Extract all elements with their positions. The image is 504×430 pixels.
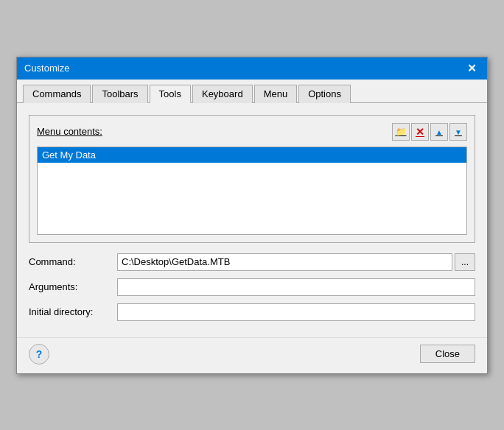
tab-commands[interactable]: Commands bbox=[23, 85, 91, 103]
customize-dialog: Customize ✕ Commands Toolbars Tools Keyb… bbox=[16, 57, 488, 374]
browse-button[interactable]: ... bbox=[455, 253, 475, 271]
initial-dir-input[interactable] bbox=[117, 303, 475, 321]
menu-items-list[interactable]: Get My Data bbox=[37, 147, 467, 235]
move-down-button[interactable] bbox=[449, 123, 467, 141]
delete-icon: ✕ bbox=[416, 126, 424, 138]
tab-keyboard[interactable]: Keyboard bbox=[192, 85, 253, 103]
command-row: Command: ... bbox=[29, 253, 475, 271]
dialog-body: Menu contents: 📁 ✕ bbox=[17, 103, 487, 337]
menu-contents-section: Menu contents: 📁 ✕ bbox=[29, 115, 475, 243]
add-item-button[interactable]: 📁 bbox=[392, 123, 410, 141]
title-close-button[interactable]: ✕ bbox=[464, 62, 480, 75]
arguments-input[interactable] bbox=[117, 278, 475, 296]
list-item[interactable]: Get My Data bbox=[38, 147, 466, 163]
dialog-title: Customize bbox=[24, 63, 69, 74]
folder-icon: 📁 bbox=[396, 127, 407, 137]
dialog-footer: ? Close bbox=[17, 337, 487, 373]
title-bar: Customize ✕ bbox=[17, 57, 487, 80]
down-arrow-icon bbox=[455, 127, 462, 137]
command-input[interactable] bbox=[117, 253, 452, 271]
tab-bar: Commands Toolbars Tools Keyboard Menu Op… bbox=[17, 80, 487, 103]
tab-options[interactable]: Options bbox=[298, 85, 351, 103]
list-item-label: Get My Data bbox=[42, 149, 96, 161]
move-up-button[interactable] bbox=[430, 123, 448, 141]
arguments-label: Arguments: bbox=[29, 281, 117, 292]
menu-contents-label: Menu contents: bbox=[37, 126, 102, 137]
close-button[interactable]: Close bbox=[420, 345, 475, 363]
tab-menu[interactable]: Menu bbox=[254, 85, 298, 103]
help-button[interactable]: ? bbox=[29, 344, 49, 364]
tab-tools[interactable]: Tools bbox=[150, 85, 191, 103]
arguments-row: Arguments: bbox=[29, 278, 475, 296]
up-arrow-icon bbox=[435, 127, 443, 137]
command-label: Command: bbox=[29, 256, 117, 267]
delete-item-button[interactable]: ✕ bbox=[411, 123, 429, 141]
section-header: Menu contents: 📁 ✕ bbox=[37, 123, 467, 141]
initial-dir-row: Initial directory: bbox=[29, 303, 475, 321]
initial-dir-label: Initial directory: bbox=[29, 306, 117, 317]
menu-toolbar: 📁 ✕ bbox=[392, 123, 467, 141]
tab-toolbars[interactable]: Toolbars bbox=[92, 85, 147, 103]
